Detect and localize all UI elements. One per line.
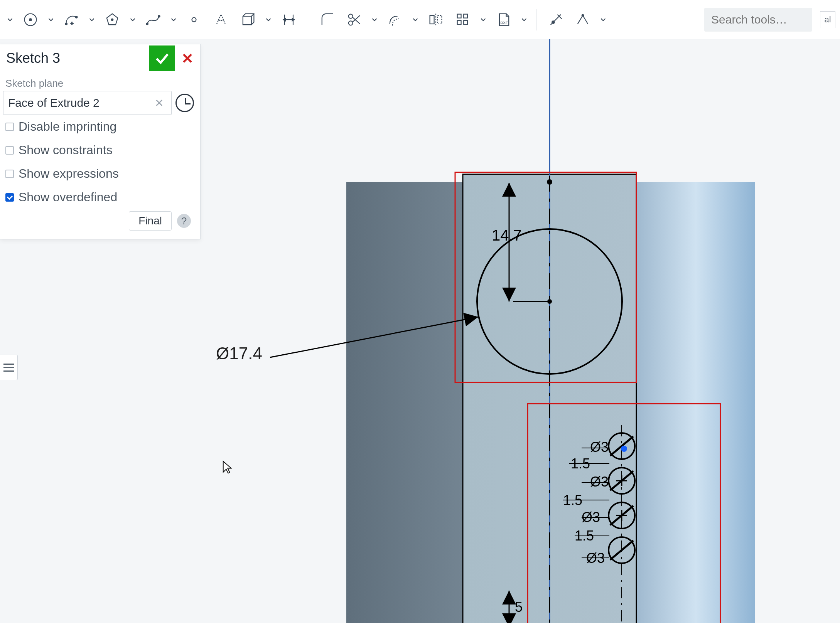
main-toolbar: + DXF	[0, 0, 840, 39]
panel-title: Sketch 3	[0, 50, 149, 66]
svg-text:1.5: 1.5	[571, 456, 590, 471]
circle-tool-dropdown[interactable]	[46, 8, 56, 32]
svg-point-65	[552, 21, 555, 24]
pattern-tool-icon[interactable]	[451, 8, 475, 32]
svg-point-50	[192, 17, 196, 22]
constraint-dropdown[interactable]	[598, 8, 609, 32]
confirm-button[interactable]	[149, 45, 175, 71]
toolbar-more-left[interactable]	[5, 8, 15, 32]
checkbox-icon[interactable]	[5, 146, 14, 155]
plane-tool-icon[interactable]	[236, 8, 260, 32]
checkbox-icon[interactable]	[5, 193, 14, 202]
toolbar-separator	[536, 9, 537, 30]
sketch-panel: Sketch 3 Sketch plane Face of Extrude 2 …	[0, 44, 201, 239]
svg-text:1.5: 1.5	[575, 528, 594, 544]
cancel-button[interactable]	[175, 45, 200, 71]
offset-tool-icon[interactable]	[383, 8, 407, 32]
plane-tool-dropdown[interactable]	[263, 8, 274, 32]
svg-rect-58	[437, 15, 442, 24]
spline-tool-icon[interactable]	[141, 8, 165, 32]
dxf-export-icon[interactable]: DXF	[492, 8, 516, 32]
dimension-tool-icon[interactable]	[277, 8, 301, 32]
svg-point-69	[582, 14, 584, 16]
checkbox-icon[interactable]	[5, 170, 14, 178]
svg-line-68	[583, 15, 588, 24]
svg-point-42	[29, 19, 32, 21]
trim-tool-icon[interactable]	[342, 8, 366, 32]
option-show-constraints[interactable]: Show constraints	[3, 138, 194, 162]
checkbox-icon[interactable]	[5, 123, 14, 131]
final-button[interactable]: Final	[129, 211, 172, 231]
svg-line-66	[557, 14, 562, 19]
svg-point-48	[146, 23, 148, 24]
svg-rect-59	[457, 14, 461, 18]
text-tool-icon[interactable]	[209, 8, 233, 32]
option-show-overdefined[interactable]: Show overdefined	[3, 185, 194, 209]
svg-rect-61	[457, 20, 461, 24]
pattern-tool-dropdown[interactable]	[478, 8, 489, 32]
svg-text:Ø3: Ø3	[582, 509, 600, 525]
svg-rect-1	[636, 182, 755, 623]
svg-text:Ø3: Ø3	[590, 474, 609, 490]
svg-point-44	[76, 16, 77, 18]
svg-text:Ø3: Ø3	[586, 550, 605, 566]
svg-point-47	[111, 19, 113, 20]
option-show-expressions[interactable]: Show expressions	[3, 162, 194, 185]
constraint-perpendicular-icon[interactable]	[571, 8, 595, 32]
search-input[interactable]	[711, 13, 800, 26]
dim-text: 14.7	[492, 227, 522, 244]
polygon-tool-dropdown[interactable]	[127, 8, 138, 32]
dxf-dropdown[interactable]	[519, 8, 530, 32]
svg-point-25	[621, 446, 627, 452]
svg-rect-56	[430, 15, 434, 24]
svg-text:DXF: DXF	[500, 20, 508, 25]
search-tools[interactable]	[704, 8, 812, 32]
sketch-plane-value: Face of Extrude 2	[8, 96, 100, 109]
arc-tool-icon[interactable]: +	[59, 8, 83, 32]
svg-point-54	[349, 14, 353, 18]
offset-tool-dropdown[interactable]	[410, 8, 421, 32]
svg-point-55	[349, 21, 353, 25]
svg-point-43	[66, 23, 67, 24]
fillet-tool-icon[interactable]	[315, 8, 339, 32]
history-icon[interactable]	[175, 94, 194, 112]
clear-plane-button[interactable]: ✕	[152, 95, 167, 111]
shortcut-hint: al	[820, 11, 835, 28]
toolbar-separator	[308, 9, 308, 30]
arc-tool-dropdown[interactable]	[86, 8, 97, 32]
svg-point-9	[547, 179, 552, 185]
mouse-cursor-icon	[222, 460, 233, 474]
polygon-tool-icon[interactable]	[100, 8, 124, 32]
svg-text:Ø3: Ø3	[590, 439, 609, 455]
point-tool-icon[interactable]	[182, 8, 206, 32]
svg-text:1.5: 1.5	[563, 492, 582, 508]
sketch-plane-label: Sketch plane	[5, 77, 194, 89]
constraint-coincident-icon[interactable]	[544, 8, 568, 32]
circle-tool-icon[interactable]	[19, 8, 42, 32]
feature-tree-toggle[interactable]	[0, 355, 18, 380]
svg-text:5: 5	[515, 599, 523, 615]
dim-text: Ø17.4	[216, 344, 262, 363]
svg-rect-60	[464, 14, 467, 18]
svg-rect-62	[464, 20, 467, 24]
help-icon[interactable]: ?	[177, 214, 191, 228]
svg-text:+: +	[71, 20, 74, 26]
option-disable-imprinting[interactable]: Disable imprinting	[3, 115, 194, 138]
mirror-tool-icon[interactable]	[424, 8, 448, 32]
trim-tool-dropdown[interactable]	[369, 8, 380, 32]
spline-tool-dropdown[interactable]	[168, 8, 179, 32]
svg-point-49	[158, 15, 160, 17]
sketch-plane-field[interactable]: Face of Extrude 2 ✕	[3, 91, 172, 115]
svg-line-67	[578, 15, 583, 24]
